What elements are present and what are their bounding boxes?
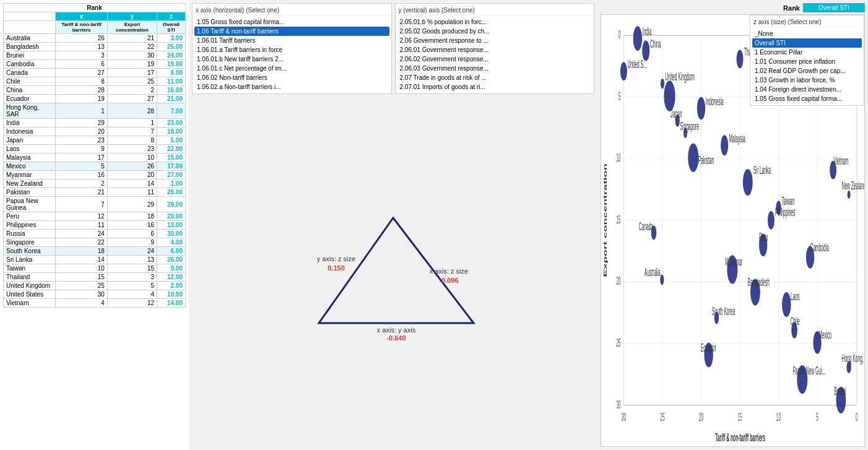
x-z-label: x axis: z size: [430, 267, 468, 275]
right-panel: Rank Overall STI: [597, 0, 868, 450]
y-axis-item[interactable]: 2.07 Trade in goods at risk of ...: [397, 73, 592, 82]
table-cell-y: 26: [107, 162, 157, 171]
scatter-point-laos[interactable]: [782, 292, 791, 317]
table-cell-country: China: [4, 86, 56, 95]
svg-text:Myanmar: Myanmar: [725, 256, 742, 268]
table-cell-x: 30: [56, 290, 107, 299]
table-cell-x: 21: [56, 188, 107, 197]
z-axis-items[interactable]: _NoneOverall STI1 Economic Pillar1.01 Co…: [752, 29, 862, 103]
y-axis-items[interactable]: 2.05.01.b % population in forc...2.05.02…: [397, 17, 592, 92]
table-cell-x: 24: [56, 230, 107, 238]
svg-text:25: 25: [616, 337, 621, 349]
y-axis-item[interactable]: 2.05.02 Goods produced by ch...: [397, 27, 592, 36]
table-cell-z: 12.00: [157, 273, 186, 282]
table-cell-country: New Zealand: [4, 180, 56, 188]
x-axis-selector[interactable]: x axis (horizontal) (Select one) 1.05 Gr…: [192, 3, 392, 94]
y-axis-selector[interactable]: y (vertical) axis (Select one) 2.05.01.b…: [395, 3, 595, 94]
z-axis-item[interactable]: Overall STI: [752, 38, 862, 48]
svg-text:Papua New Gui...: Papua New Gui...: [793, 365, 825, 377]
svg-text:Japan: Japan: [671, 108, 682, 120]
x-axis-item[interactable]: 1.06.02 Non-tariff barriers: [194, 73, 389, 82]
z-axis-item[interactable]: 1.04 Foreign direct investmen...: [752, 85, 862, 94]
z-axis-item[interactable]: 1.01 Consumer price inflation: [752, 57, 862, 66]
svg-text:10: 10: [776, 411, 781, 423]
table-cell-country: Myanmar: [4, 171, 56, 180]
scatter-point-australia[interactable]: [660, 275, 664, 285]
table-cell-x: 12: [56, 212, 107, 221]
y-axis-item[interactable]: 2.07.01 Imports of goods at ri...: [397, 82, 592, 92]
scatter-point-indonesia[interactable]: [697, 97, 705, 120]
x-axis-item[interactable]: 1.06 Tariff & non-tariff barriers: [194, 27, 389, 36]
table-cell-y: 21: [107, 34, 157, 43]
table-cell-y: 19: [107, 60, 157, 69]
z-axis-item[interactable]: 1.03 Growth in labor force, %: [752, 76, 862, 85]
svg-text:Cambodia: Cambodia: [810, 241, 830, 254]
x-axis-item[interactable]: 1.06.01.a Tariff barriers in force: [194, 45, 389, 54]
x-axis-item[interactable]: 1.06.01.b New tariff barriers 2...: [194, 54, 389, 64]
scatter-point-pakistan[interactable]: [688, 143, 698, 171]
scatter-point-thailand[interactable]: [737, 50, 744, 68]
middle-panel: x axis (horizontal) (Select one) 1.05 Gr…: [189, 0, 597, 450]
table-cell-y: 2: [107, 86, 157, 95]
scatter-container: 30 25 20 15 10 5 0 0 5 10 15 20 25 30 Ta…: [601, 14, 865, 447]
svg-text:Hong Kong, SAR: Hong Kong, SAR: [842, 352, 864, 365]
table-cell-y: 15: [107, 264, 157, 273]
svg-text:0: 0: [618, 28, 621, 41]
rank-bar: Rank Overall STI: [601, 3, 865, 12]
table-cell-z: 16.00: [157, 86, 186, 95]
y-axis-item[interactable]: 2.06.02 Government response...: [397, 54, 592, 64]
svg-text:5: 5: [618, 90, 621, 103]
table-cell-country: Mexico: [4, 162, 56, 171]
x-axis-item[interactable]: 1.06.01 Tariff barriers: [194, 36, 389, 45]
svg-text:Mexico: Mexico: [818, 329, 831, 341]
scatter-point-us[interactable]: [620, 62, 627, 80]
table-cell-z: 17.00: [157, 162, 186, 171]
svg-text:10: 10: [616, 152, 621, 164]
z-axis-item[interactable]: 1 Economic Pillar: [752, 48, 862, 57]
col-header-x: x: [56, 12, 107, 21]
sub-header-country: [4, 21, 56, 34]
table-cell-country: Ecuador: [4, 95, 56, 103]
y-axis-item[interactable]: 2.06.01 Government response...: [397, 45, 592, 54]
table-cell-y: 23: [107, 145, 157, 154]
x-axis-item[interactable]: 1.06.01.c Net percentage of im...: [194, 64, 389, 73]
y-axis-item[interactable]: 2.05.01.b % population in forc...: [397, 17, 592, 27]
svg-text:Malaysia: Malaysia: [729, 132, 745, 145]
z-axis-item[interactable]: _None: [752, 29, 862, 38]
table-cell-z: 11.00: [157, 77, 186, 86]
table-cell-y: 16: [107, 221, 157, 230]
z-axis-item[interactable]: 1.02 Real GDP Growth per cap...: [752, 66, 862, 76]
table-cell-y: 24: [107, 247, 157, 256]
x-axis-item[interactable]: 1.05 Gross fixed capital forma...: [194, 17, 389, 27]
y-axis-item[interactable]: 2.06 Government response to ...: [397, 36, 592, 45]
svg-text:South Korea: South Korea: [712, 305, 735, 318]
table-cell-x: 1: [56, 103, 107, 119]
z-axis-selector[interactable]: z axis (size) (Select one) _NoneOverall …: [750, 15, 864, 106]
scatter-point-india[interactable]: [633, 26, 643, 51]
x-y-value: -0.640: [386, 334, 406, 342]
table-cell-y: 28: [107, 103, 157, 119]
scatter-point-uk[interactable]: [661, 79, 664, 89]
svg-text:Laos: Laos: [791, 290, 800, 303]
z-axis-item[interactable]: 1.05 Gross fixed capital forma...: [752, 94, 862, 103]
x-axis-items[interactable]: 1.05 Gross fixed capital forma...1.06 Ta…: [194, 17, 389, 92]
y-axis-item[interactable]: 2.06.03 Government response...: [397, 64, 592, 73]
table-cell-country: Russia: [4, 230, 56, 238]
table-cell-y: 22: [107, 43, 157, 51]
table-cell-x: 18: [56, 247, 107, 256]
table-cell-country: Bangladesh: [4, 43, 56, 51]
table-cell-y: 14: [107, 180, 157, 188]
table-cell-z: 6.00: [157, 247, 186, 256]
table-cell-y: 25: [107, 77, 157, 86]
table-cell-country: Indonesia: [4, 128, 56, 136]
svg-text:20: 20: [616, 275, 621, 288]
scatter-point-srilanka[interactable]: [743, 169, 753, 196]
scatter-point-malaysia[interactable]: [721, 135, 728, 155]
table-cell-z: 4.00: [157, 238, 186, 247]
scatter-point-philippines[interactable]: [768, 211, 775, 230]
table-cell-y: 10: [107, 154, 157, 162]
table-cell-z: 29.00: [157, 197, 186, 212]
table-cell-x: 14: [56, 256, 107, 264]
x-axis-item[interactable]: 1.06.02.a Non-tariff barriers i...: [194, 82, 389, 92]
svg-text:India: India: [643, 25, 652, 38]
